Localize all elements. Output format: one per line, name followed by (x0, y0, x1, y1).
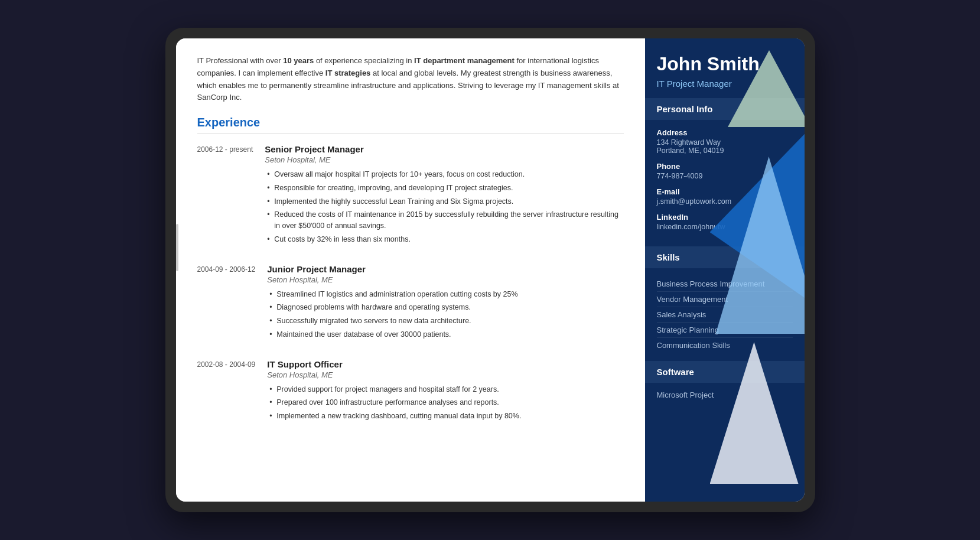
exp-bullet: Diagnosed problems with hardware and ope… (267, 302, 623, 313)
phone-value: 774-987-4009 (657, 172, 793, 180)
phone-label: Phone (657, 162, 793, 171)
scrollbar[interactable] (176, 224, 178, 271)
skills-list: Business Process ImprovementVendor Manag… (645, 268, 805, 361)
exp-content: IT Support OfficerSeton Hospital, MEProv… (267, 359, 623, 424)
exp-bullet: Streamlined IT logistics and administrat… (267, 289, 623, 300)
experience-section-title: Experience (197, 116, 624, 134)
email-field: E-mail j.smith@uptowork.com (657, 187, 793, 206)
skill-item: Vendor Management (657, 292, 793, 307)
address-line2: Portland, ME, 04019 (657, 147, 793, 155)
personal-info-header: Personal Info (645, 98, 805, 120)
exp-bullet: Prepared over 100 infrastructure perform… (267, 397, 623, 408)
experience-list: 2006-12 - presentSenior Project ManagerS… (197, 144, 624, 424)
email-label: E-mail (657, 187, 793, 196)
linkedin-value: linkedin.com/johnutw (657, 223, 793, 231)
sidebar-header: John Smith IT Project Manager (645, 38, 805, 98)
exp-company: Seton Hospital, ME (267, 370, 623, 379)
device-screen: IT Professional with over 10 years of ex… (176, 38, 805, 502)
person-name: John Smith (657, 53, 793, 75)
experience-item: 2006-12 - presentSenior Project ManagerS… (197, 144, 624, 248)
exp-bullet: Maintained the user database of over 300… (267, 329, 623, 340)
exp-bullet: Provided support for project managers an… (267, 384, 623, 395)
address-label: Address (657, 128, 793, 137)
resume-wrapper: IT Professional with over 10 years of ex… (176, 38, 805, 502)
device-frame: IT Professional with over 10 years of ex… (165, 28, 815, 512)
exp-date: 2004-09 - 2006-12 (197, 264, 256, 343)
resume-right-panel: John Smith IT Project Manager Personal I… (645, 38, 805, 502)
exp-bullet: Oversaw all major hospital IT projects f… (265, 169, 623, 180)
exp-date: 2002-08 - 2004-09 (197, 359, 256, 424)
resume-left-panel: IT Professional with over 10 years of ex… (176, 38, 645, 502)
exp-date: 2006-12 - present (197, 144, 253, 248)
software-item: Microsoft Project (657, 388, 793, 402)
exp-bullets: Provided support for project managers an… (267, 384, 623, 422)
summary-paragraph: IT Professional with over 10 years of ex… (197, 55, 624, 104)
exp-title: Junior Project Manager (267, 264, 623, 274)
skill-item: Strategic Planning (657, 323, 793, 338)
contact-info: Address 134 Rightward Way Portland, ME, … (645, 120, 805, 246)
exp-bullet: Implemented the highly successful Lean T… (265, 196, 623, 207)
exp-title: IT Support Officer (267, 359, 623, 369)
person-job-title: IT Project Manager (657, 79, 793, 89)
exp-bullets: Oversaw all major hospital IT projects f… (265, 169, 623, 245)
experience-item: 2004-09 - 2006-12Junior Project ManagerS… (197, 264, 624, 343)
exp-bullet: Successfully migrated two servers to new… (267, 315, 623, 327)
phone-field: Phone 774-987-4009 (657, 162, 793, 180)
skills-header: Skills (645, 246, 805, 268)
exp-bullet: Cut costs by 32% in less than six months… (265, 234, 623, 245)
exp-bullet: Responsible for creating, improving, and… (265, 183, 623, 194)
exp-bullets: Streamlined IT logistics and administrat… (267, 289, 623, 340)
exp-content: Junior Project ManagerSeton Hospital, ME… (267, 264, 623, 343)
skill-item: Communication Skills (657, 338, 793, 353)
exp-content: Senior Project ManagerSeton Hospital, ME… (265, 144, 623, 248)
exp-company: Seton Hospital, ME (265, 155, 623, 164)
email-value: j.smith@uptowork.com (657, 197, 793, 206)
software-list: Microsoft Project (645, 383, 805, 411)
exp-bullet: Reduced the costs of IT maintenance in 2… (265, 209, 623, 232)
exp-bullet: Implemented a new tracking dashboard, cu… (267, 411, 623, 422)
linkedin-field: LinkedIn linkedin.com/johnutw (657, 213, 793, 231)
address-field: Address 134 Rightward Way Portland, ME, … (657, 128, 793, 155)
skill-item: Business Process Improvement (657, 276, 793, 292)
software-header: Software (645, 361, 805, 383)
exp-company: Seton Hospital, ME (267, 275, 623, 284)
linkedin-label: LinkedIn (657, 213, 793, 222)
address-line1: 134 Rightward Way (657, 138, 793, 147)
experience-item: 2002-08 - 2004-09IT Support OfficerSeton… (197, 359, 624, 424)
exp-title: Senior Project Manager (265, 144, 623, 154)
skill-item: Sales Analysis (657, 307, 793, 323)
